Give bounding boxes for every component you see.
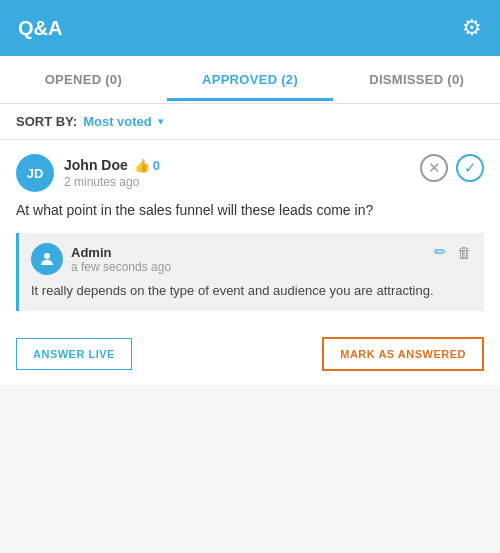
tabs-bar: OPENED (0) APPROVED (2) DISMISSED (0)	[0, 56, 500, 104]
admin-reply-header: Admin a few seconds ago ✏ 🗑	[31, 243, 472, 275]
question-card: JD John Doe 👍 0 2 minutes ago ✕ ✓	[0, 140, 500, 385]
sort-value[interactable]: Most voted	[83, 114, 152, 129]
answer-live-button[interactable]: ANSWER LIVE	[16, 338, 132, 370]
like-count: 0	[153, 158, 160, 173]
delete-icon[interactable]: 🗑	[457, 244, 472, 261]
question-time: 2 minutes ago	[64, 175, 160, 189]
user-name-row: John Doe 👍 0	[64, 157, 160, 173]
admin-meta: Admin a few seconds ago	[71, 245, 171, 274]
admin-reply-text: It really depends on the type of event a…	[31, 281, 472, 301]
bottom-bar: ANSWER LIVE MARK AS ANSWERED	[0, 325, 500, 385]
app-header: Q&A ⚙	[0, 0, 500, 56]
admin-reply-actions: ✏ 🗑	[434, 243, 472, 261]
sort-arrow-icon[interactable]: ▾	[158, 115, 164, 128]
admin-reply: Admin a few seconds ago ✏ 🗑 It really de…	[16, 233, 484, 311]
user-meta: John Doe 👍 0 2 minutes ago	[64, 157, 160, 189]
tab-approved[interactable]: APPROVED (2)	[167, 58, 334, 101]
tab-dismissed[interactable]: DISMISSED (0)	[333, 58, 500, 101]
admin-avatar	[31, 243, 63, 275]
tab-opened[interactable]: OPENED (0)	[0, 58, 167, 101]
admin-time: a few seconds ago	[71, 260, 171, 274]
avatar: JD	[16, 154, 54, 192]
dismiss-button[interactable]: ✕	[420, 154, 448, 182]
sort-bar: SORT BY: Most voted ▾	[0, 104, 500, 140]
app-title: Q&A	[18, 17, 62, 40]
like-section: 👍 0	[134, 158, 160, 173]
admin-info: Admin a few seconds ago	[31, 243, 171, 275]
question-header: JD John Doe 👍 0 2 minutes ago ✕ ✓	[16, 154, 484, 192]
svg-point-0	[44, 253, 50, 259]
sort-by-label: SORT BY:	[16, 114, 77, 129]
question-actions: ✕ ✓	[420, 154, 484, 182]
approve-button[interactable]: ✓	[456, 154, 484, 182]
question-text: At what point in the sales funnel will t…	[16, 200, 484, 221]
edit-icon[interactable]: ✏	[434, 243, 447, 261]
thumbs-up-icon: 👍	[134, 158, 150, 173]
mark-answered-button[interactable]: MARK AS ANSWERED	[322, 337, 484, 371]
user-info: JD John Doe 👍 0 2 minutes ago	[16, 154, 160, 192]
admin-name: Admin	[71, 245, 171, 260]
gear-icon[interactable]: ⚙	[462, 15, 482, 41]
